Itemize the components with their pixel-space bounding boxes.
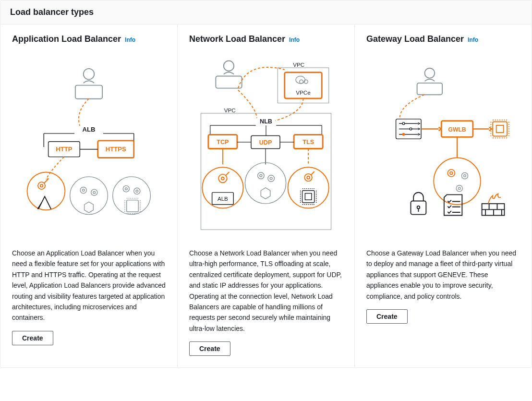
svg-point-79 — [417, 206, 420, 209]
svg-point-75 — [464, 175, 466, 177]
svg-rect-68 — [493, 122, 507, 136]
svg-point-63 — [402, 133, 405, 135]
svg-point-0 — [84, 69, 95, 80]
svg-point-49 — [268, 175, 275, 182]
alb-desc: Choose an Application Load Balancer when… — [12, 248, 166, 323]
svg-point-17 — [136, 190, 138, 192]
svg-point-50 — [270, 177, 272, 180]
gwlb-title: Gateway Load Balancer — [366, 34, 464, 44]
svg-point-8 — [38, 182, 45, 189]
svg-point-73 — [450, 171, 453, 174]
alb-create-button[interactable]: Create — [12, 331, 53, 345]
svg-text:VPC: VPC — [224, 107, 236, 113]
svg-rect-1 — [75, 85, 102, 98]
alb-info-link[interactable]: Info — [125, 36, 135, 43]
svg-point-7 — [113, 177, 151, 215]
svg-text:GWLB: GWLB — [448, 126, 466, 133]
lb-types-panel: Load balancer types Application Load Bal… — [0, 0, 532, 368]
nlb-desc: Choose a Network Load Balancer when you … — [189, 248, 343, 334]
gwlb-info-link[interactable]: Info — [468, 36, 478, 43]
http-label: HTTP — [56, 146, 72, 153]
svg-point-51 — [304, 174, 312, 182]
svg-point-76 — [456, 185, 462, 192]
svg-text:TLS: TLS — [302, 139, 314, 146]
svg-point-59 — [402, 122, 405, 125]
svg-rect-18 — [127, 200, 138, 212]
card-nlb: Network Load Balancer Info VPC — [178, 24, 355, 367]
https-label: HTTPS — [106, 146, 126, 153]
svg-rect-53 — [302, 191, 314, 203]
alb-diagram: ALB HTTP HTTPS — [12, 50, 166, 242]
cards-row: Application Load Balancer Info ALB — [0, 24, 532, 367]
gwlb-diagram: GWLB — [366, 50, 520, 242]
panel-header: Load balancer types — [0, 0, 532, 24]
svg-text:NLB: NLB — [260, 119, 272, 125]
svg-point-5 — [27, 172, 65, 210]
svg-text:UDP: UDP — [259, 139, 272, 146]
svg-rect-20 — [216, 76, 242, 88]
nlb-create-button[interactable]: Create — [189, 341, 230, 356]
svg-point-52 — [307, 176, 310, 179]
svg-point-77 — [458, 187, 460, 190]
nlb-info-link[interactable]: Info — [289, 36, 300, 43]
svg-point-15 — [125, 188, 127, 190]
svg-text:VPC: VPC — [293, 61, 304, 68]
gwlb-desc: Choose a Gateway Load Balancer when you … — [366, 248, 520, 302]
svg-point-55 — [425, 68, 435, 78]
svg-point-12 — [91, 189, 97, 195]
svg-point-74 — [461, 172, 468, 179]
alb-label: ALB — [83, 126, 96, 133]
svg-point-6 — [70, 177, 108, 215]
svg-point-9 — [40, 184, 43, 187]
svg-point-11 — [82, 189, 85, 192]
svg-rect-56 — [417, 83, 443, 95]
svg-point-13 — [93, 191, 96, 194]
svg-point-19 — [224, 61, 234, 71]
svg-point-72 — [447, 170, 455, 177]
svg-point-48 — [260, 175, 262, 177]
nlb-diagram: VPC VPCe VPC NLB — [189, 50, 343, 242]
page-title: Load balancer types — [10, 7, 522, 17]
gwlb-create-button[interactable]: Create — [366, 309, 408, 324]
svg-text:TCP: TCP — [217, 139, 229, 146]
svg-point-71 — [434, 158, 481, 205]
svg-point-61 — [410, 128, 412, 130]
svg-point-16 — [134, 188, 140, 194]
svg-point-41 — [245, 163, 286, 204]
card-alb: Application Load Balancer Info ALB — [0, 24, 178, 367]
svg-rect-78 — [411, 201, 426, 214]
svg-text:ALB: ALB — [218, 195, 228, 202]
svg-point-14 — [123, 186, 129, 192]
svg-point-44 — [221, 177, 224, 180]
alb-title: Application Load Balancer — [12, 34, 121, 44]
svg-point-10 — [80, 187, 86, 193]
nlb-title: Network Load Balancer — [189, 34, 285, 44]
svg-point-47 — [258, 172, 265, 179]
svg-rect-54 — [305, 194, 312, 200]
svg-text:VPCe: VPCe — [296, 89, 310, 96]
svg-rect-69 — [496, 125, 504, 133]
card-gwlb: Gateway Load Balancer Info — [355, 24, 532, 367]
